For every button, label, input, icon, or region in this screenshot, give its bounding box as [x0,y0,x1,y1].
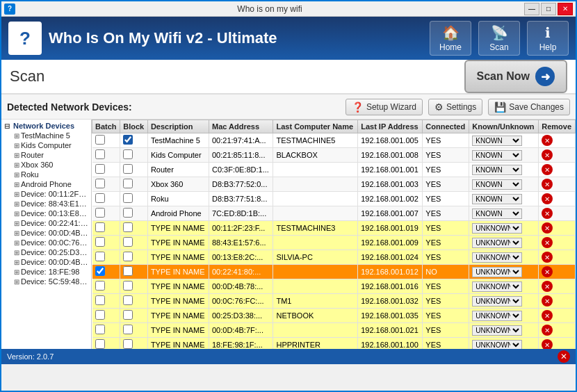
sidebar-item[interactable]: ⊞Kids Computer [1,140,91,150]
block-checkbox[interactable] [123,149,133,159]
known-select[interactable]: KNOWNUNKNOWN [472,325,522,336]
remove-button[interactable]: ✕ [542,252,553,263]
sidebar-item[interactable]: ⊞Router [1,150,91,160]
block-checkbox[interactable] [123,252,133,261]
sidebar-item[interactable]: ⊞TestMachine 5 [1,131,91,140]
batch-checkbox[interactable] [95,193,105,203]
remove-button[interactable]: ✕ [542,135,553,146]
block-checkbox[interactable] [123,339,133,349]
known-select[interactable]: KNOWNUNKNOWN [472,209,522,219]
sidebar-item[interactable]: ⊞Device: 00:11:2F:23 [1,189,91,199]
sidebar-item[interactable]: ⊞Device: 00:22:41:B0 [1,218,91,228]
close-status-button[interactable]: ✕ [558,350,570,363]
remove-button[interactable]: ✕ [542,208,553,219]
known-select[interactable]: KNOWNUNKNOWN [472,150,522,161]
sidebar-item[interactable]: ⊞Xbox 360 [1,160,91,170]
sidebar-item[interactable]: ⊞Roku [1,170,91,179]
save-changes-button[interactable]: 💾 Save Changes [488,99,570,115]
block-checkbox[interactable] [123,193,133,203]
known-select[interactable]: KNOWNUNKNOWN [472,267,522,277]
known-select[interactable]: KNOWNUNKNOWN [472,311,522,321]
block-checkbox[interactable] [123,325,133,334]
block-checkbox[interactable] [123,135,133,145]
block-checkbox[interactable] [123,237,133,247]
batch-checkbox[interactable] [95,266,105,276]
remove-button[interactable]: ✕ [542,281,553,292]
batch-checkbox[interactable] [95,237,105,247]
batch-checkbox[interactable] [95,310,105,320]
block-checkbox[interactable] [123,310,133,320]
scan-now-button[interactable]: Scan Now ➜ [464,60,567,93]
sidebar-item[interactable]: ⊞Device: 00:0C:76:FC [1,238,91,247]
batch-checkbox[interactable] [95,179,105,188]
known-select[interactable]: KNOWNUNKNOWN [472,223,522,234]
block-checkbox[interactable] [123,281,133,291]
batch-checkbox[interactable] [95,281,105,291]
remove-button[interactable]: ✕ [542,179,553,190]
known-select[interactable]: KNOWNUNKNOWN [472,252,522,263]
known-select[interactable]: KNOWNUNKNOWN [472,296,522,307]
mac-cell: 00:0D:4B:78:... [209,279,273,294]
remove-button[interactable]: ✕ [542,164,553,175]
known-select[interactable]: KNOWNUNKNOWN [472,281,522,292]
connected-cell: YES [423,279,469,294]
block-checkbox[interactable] [123,222,133,232]
batch-checkbox[interactable] [95,252,105,261]
settings-button[interactable]: ⚙ Settings [428,99,482,115]
block-checkbox[interactable] [123,266,133,276]
maximize-button[interactable]: □ [541,3,556,15]
help-label: Help [539,42,557,52]
close-button[interactable]: ✕ [558,3,573,15]
sidebar-item[interactable]: ⊞Device: 88:43:E1:57 [1,199,91,209]
known-select[interactable]: KNOWNUNKNOWN [472,136,522,146]
logo-icon: ? [19,28,31,49]
remove-cell: ✕ [539,163,576,177]
sidebar-item[interactable]: ⊞Android Phone [1,179,91,189]
block-checkbox[interactable] [123,295,133,305]
batch-checkbox[interactable] [95,339,105,349]
known-select[interactable]: KNOWNUNKNOWN [472,165,522,175]
remove-button[interactable]: ✕ [542,237,553,248]
batch-checkbox[interactable] [95,295,105,305]
devices-table-container[interactable]: BatchBlockDescriptionMac AddressLast Com… [92,120,576,349]
remove-button[interactable]: ✕ [542,310,553,321]
table-row: TYPE IN NAME00:0D:4B:78:...192.168.001.0… [92,279,576,294]
block-checkbox[interactable] [123,208,133,218]
sidebar-item[interactable]: ⊞Device: 5C:59:48:7E [1,277,91,286]
sidebar-item[interactable]: ⊞Device: 00:25:D3:38 [1,247,91,257]
batch-cell [92,236,120,250]
batch-checkbox[interactable] [95,222,105,232]
known-select[interactable]: KNOWNUNKNOWN [472,194,522,204]
remove-button[interactable]: ✕ [542,266,553,277]
remove-button[interactable]: ✕ [542,325,553,336]
help-button[interactable]: ℹ Help [527,21,569,56]
home-button[interactable]: 🏠 Home [430,21,471,56]
known-select[interactable]: KNOWNUNKNOWN [472,340,522,350]
batch-checkbox[interactable] [95,208,105,218]
batch-checkbox[interactable] [95,149,105,159]
description-cell: Android Phone [147,206,209,221]
batch-checkbox[interactable] [95,325,105,334]
block-checkbox[interactable] [123,179,133,188]
tree-root[interactable]: ⊟ Network Devices [1,121,91,131]
minimize-button[interactable]: — [524,3,539,15]
remove-cell: ✕ [539,177,576,192]
block-checkbox[interactable] [123,164,133,174]
batch-checkbox[interactable] [95,135,105,145]
scan-header-button[interactable]: 📡 Scan [478,21,520,56]
batch-checkbox[interactable] [95,164,105,174]
device-tree[interactable]: ⊟ Network Devices ⊞TestMachine 5⊞Kids Co… [1,120,92,349]
block-cell [120,221,148,236]
known-select[interactable]: KNOWNUNKNOWN [472,179,522,190]
remove-button[interactable]: ✕ [542,193,553,204]
known-select[interactable]: KNOWNUNKNOWN [472,238,522,248]
sidebar-item[interactable]: ⊞Device: 00:0D:4B:7F [1,257,91,267]
sidebar-item[interactable]: ⊞Device: 00:13:E8:20 [1,209,91,218]
remove-button[interactable]: ✕ [542,149,553,161]
remove-button[interactable]: ✕ [542,295,553,307]
remove-button[interactable]: ✕ [542,339,553,349]
sidebar-item[interactable]: ⊞Device: 00:0D:4B:78 [1,228,91,238]
setup-wizard-button[interactable]: ❓ Setup Wizard [346,99,423,115]
remove-button[interactable]: ✕ [542,222,553,234]
sidebar-item[interactable]: ⊞Device: 18:FE:98 [1,267,91,277]
